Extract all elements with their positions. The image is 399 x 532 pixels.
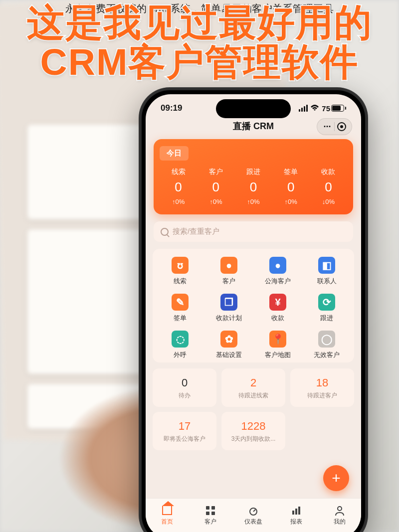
module-无效客户[interactable]: ◯无效客户 [302, 331, 351, 359]
module-label: 签单 [174, 314, 187, 323]
module-icon: ✿ [220, 331, 237, 348]
stat-value: 17 [157, 420, 212, 433]
svg-rect-7 [298, 507, 300, 515]
metric-value: 0 [325, 179, 332, 195]
module-收款计划[interactable]: ❒收款计划 [204, 294, 253, 323]
tab-dash[interactable]: 仪表盘 [232, 499, 275, 532]
metric-label: 签单 [284, 168, 298, 177]
stat-card[interactable]: 18待跟进客户 [290, 368, 354, 407]
stat-label: 待跟进线索 [225, 391, 281, 400]
search-input[interactable]: 搜索/查重客户 [154, 221, 353, 242]
today-summary-card[interactable]: 今日 线索0↑0%客户0↑0%跟进0↑0%签单0↑0%收款0↓0% [154, 139, 353, 214]
module-线索[interactable]: ʊ线索 [156, 257, 204, 286]
home-icon [162, 505, 173, 516]
phone-device: 09:19 75 直播 CRM ··· 今日 线索0↑0% [139, 87, 368, 532]
svg-point-8 [338, 507, 342, 511]
close-miniprogram-button[interactable] [335, 121, 349, 133]
module-icon: ◌ [172, 331, 189, 348]
stat-value: 0 [157, 376, 212, 389]
module-icon: ¥ [269, 294, 286, 311]
metric-label: 线索 [172, 168, 186, 177]
module-客户[interactable]: ●客户 [204, 257, 253, 286]
module-label: 无效客户 [314, 351, 340, 359]
tab-label: 我的 [334, 518, 346, 526]
svg-rect-6 [295, 509, 297, 515]
tab-grid[interactable]: 客户 [189, 499, 231, 532]
metric-label: 跟进 [246, 168, 260, 177]
module-签单[interactable]: ✎签单 [156, 294, 204, 323]
today-metric[interactable]: 线索0↑0% [160, 168, 197, 205]
module-icon: ◧ [318, 257, 335, 274]
stat-card[interactable]: 17即将丢公海客户 [153, 412, 216, 450]
svg-rect-0 [206, 506, 209, 510]
tab-label: 首页 [161, 518, 173, 526]
module-label: 联系人 [317, 277, 337, 286]
metric-label: 客户 [209, 168, 223, 177]
module-label: 基础设置 [216, 351, 242, 359]
today-metric[interactable]: 客户0↑0% [197, 168, 234, 205]
module-icon: 📍 [269, 331, 286, 348]
metric-value: 0 [287, 179, 294, 195]
module-icon: ❒ [220, 294, 237, 311]
wifi-icon [310, 104, 319, 113]
metric-value: 0 [175, 179, 182, 195]
stat-label: 3天内到期收款... [225, 435, 281, 443]
module-icon: ● [269, 257, 286, 274]
search-placeholder: 搜索/查重客户 [173, 227, 219, 236]
today-metric[interactable]: 签单0↑0% [272, 168, 310, 205]
bottom-tabbar: 首页客户仪表盘报表我的 [146, 498, 361, 532]
module-label: 客户地图 [265, 351, 291, 359]
module-icon: ◯ [318, 331, 335, 348]
module-label: 收款 [271, 314, 284, 323]
module-收款[interactable]: ¥收款 [253, 294, 302, 323]
status-time: 09:19 [161, 103, 182, 113]
module-外呼[interactable]: ◌外呼 [156, 331, 204, 359]
module-icon: ● [220, 257, 237, 274]
metric-delta: ↑0% [172, 198, 185, 205]
module-label: 收款计划 [216, 314, 242, 323]
stat-card[interactable]: 2待跟进线索 [221, 368, 285, 407]
app-titlebar: 直播 CRM ··· [146, 117, 361, 139]
metric-delta: ↓0% [322, 198, 335, 205]
module-基础设置[interactable]: ✿基础设置 [204, 331, 253, 359]
module-icon: ʊ [172, 257, 189, 274]
plus-icon: + [332, 470, 341, 487]
tab-home[interactable]: 首页 [146, 499, 189, 532]
tab-report[interactable]: 报表 [275, 499, 318, 532]
stat-card[interactable]: 12283天内到期收款... [221, 412, 285, 450]
today-metric[interactable]: 跟进0↑0% [234, 168, 272, 205]
stat-label: 即将丢公海客户 [157, 435, 212, 443]
stat-card[interactable]: 0待办 [153, 368, 216, 407]
dash-icon [248, 505, 259, 516]
metric-delta: ↑0% [285, 198, 297, 205]
tab-label: 仪表盘 [244, 518, 262, 526]
stats-grid: 0待办2待跟进线索18待跟进客户17即将丢公海客户12283天内到期收款... [153, 368, 354, 450]
svg-rect-1 [211, 506, 215, 510]
battery-icon: 75 [322, 104, 346, 113]
more-button[interactable]: ··· [320, 121, 334, 133]
tab-label: 报表 [290, 518, 302, 526]
metric-label: 收款 [321, 168, 335, 177]
module-跟进[interactable]: ⟳跟进 [302, 294, 351, 323]
module-label: 跟进 [320, 314, 333, 323]
metric-delta: ↑0% [247, 198, 259, 205]
report-icon [291, 505, 302, 516]
module-label: 外呼 [174, 351, 187, 359]
search-icon [161, 228, 169, 236]
today-metric[interactable]: 收款0↓0% [310, 168, 347, 205]
module-联系人[interactable]: ◧联系人 [302, 257, 351, 286]
phone-screen: 09:19 75 直播 CRM ··· 今日 线索0↑0% [146, 94, 361, 532]
today-metrics-row: 线索0↑0%客户0↑0%跟进0↑0%签单0↑0%收款0↓0% [160, 168, 347, 205]
fab-add-button[interactable]: + [323, 465, 349, 491]
module-label: 客户 [222, 277, 235, 286]
tab-user[interactable]: 我的 [318, 499, 361, 532]
battery-pct: 75 [322, 104, 330, 113]
svg-rect-2 [206, 512, 209, 515]
stat-value: 2 [225, 376, 281, 389]
metric-delta: ↑0% [209, 198, 222, 205]
module-label: 线索 [174, 277, 187, 286]
module-公海客户[interactable]: ●公海客户 [253, 257, 302, 286]
svg-rect-3 [211, 512, 215, 515]
module-客户地图[interactable]: 📍客户地图 [253, 331, 302, 359]
stat-value: 1228 [225, 420, 281, 433]
